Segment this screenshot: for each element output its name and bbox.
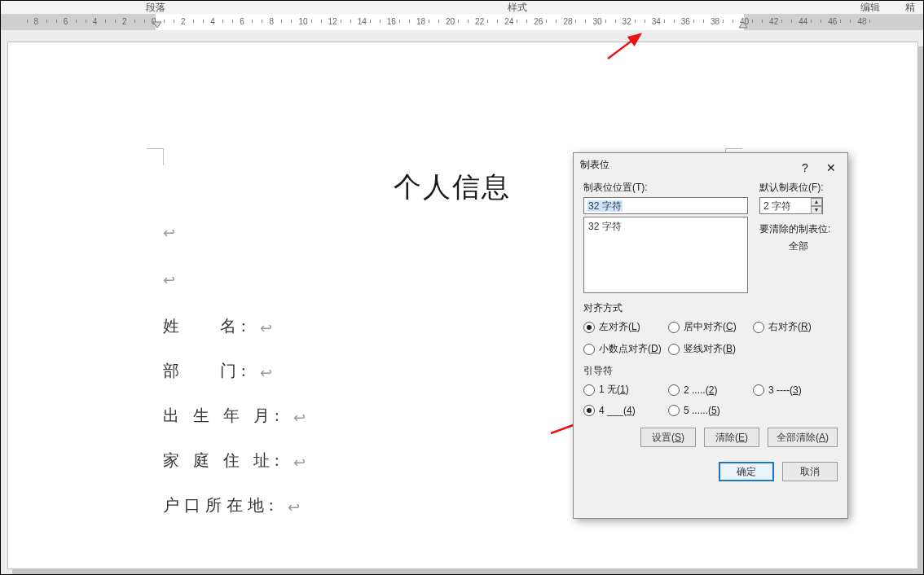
dialog-title: 制表位 [580,159,609,170]
default-tab-label: 默认制表位(F): [759,181,838,195]
ruler-tick: 4 [210,15,215,30]
paragraph-mark-icon: ↩ [260,319,277,337]
ruler-tick: 46 [828,15,837,30]
radio-align-center[interactable]: 居中对齐(C) [668,320,753,334]
ruler-tick: 6 [64,15,68,30]
svg-marker-1 [739,22,747,28]
cancel-button[interactable]: 取消 [782,462,838,481]
clear-tabs-value: 全部 [759,239,838,253]
ruler-margin-left [1,14,156,30]
ribbon-group-styles: 样式 [508,1,527,15]
alignment-section-title: 对齐方式 [583,301,838,315]
radio-align-decimal[interactable]: 小数点对齐(D) [583,342,668,356]
leader-section-title: 引导符 [583,364,838,378]
ruler-tick: 2 [181,15,186,30]
svg-marker-0 [153,22,161,28]
ruler-tick: 10 [299,15,308,30]
help-button[interactable]: ? [795,156,815,173]
spinner-buttons[interactable]: ▲▼ [811,198,822,213]
ruler-tick: 8 [269,15,274,30]
document-line[interactable]: 家 庭 住 址: ↩ [163,450,310,472]
ruler-tick: 16 [387,15,396,30]
ruler-tick: 48 [857,15,866,30]
radio-leader-2[interactable]: 2 .....(2) [668,383,753,397]
paragraph-mark-icon: ↩ [260,364,277,382]
ruler-tick: 14 [358,15,367,30]
ruler-tick: 26 [534,15,543,30]
ruler-tick: 36 [681,15,690,30]
ruler-tick: 20 [446,15,455,30]
radio-align-left[interactable]: 左对齐(L) [583,320,668,334]
tab-position-label: 制表位位置(T): [583,181,748,195]
leader-group: 1 无(1) 2 .....(2) 3 ----(3) 4 ___(4) 5 .… [583,383,838,416]
ribbon-group-paragraph: 段落 [146,1,165,15]
ruler-tick: 38 [711,15,719,30]
ruler-tick: 32 [623,15,631,30]
ok-button[interactable]: 确定 [719,462,774,481]
ruler-tick: 30 [593,15,602,30]
document-line[interactable]: 姓 名: ↩ [163,315,277,337]
dialog-titlebar[interactable]: 制表位 ? ✕ [574,153,847,176]
ruler-tick: 6 [240,15,244,30]
clear-tabs-label: 要清除的制表位: [759,222,838,236]
alignment-group: 左对齐(L) 居中对齐(C) 右对齐(R) 小数点对齐(D) 竖线对齐(B) [583,320,838,356]
ruler-tick: 42 [769,15,778,30]
ruler-tick: 28 [563,15,572,30]
document-line[interactable]: ↩ [163,222,180,240]
document-line[interactable]: 出 生 年 月: ↩ [163,405,310,427]
paragraph-mark-icon: ↩ [163,271,180,289]
clear-all-button[interactable]: 全部清除(A) [768,428,838,447]
radio-leader-1[interactable]: 1 无(1) [583,383,668,397]
clear-button[interactable]: 清除(E) [704,428,759,447]
radio-leader-5[interactable]: 5 ......(5) [668,405,753,416]
set-button[interactable]: 设置(S) [640,428,696,447]
radio-leader-3[interactable]: 3 ----(3) [753,383,838,397]
default-tab-spinner[interactable]: 2 字符 ▲▼ [759,197,823,214]
ribbon-group-row: 段落 样式 编辑 精选 [1,1,923,15]
app-window: 段落 样式 编辑 精选 8642024681012141618202224262… [0,0,924,575]
document-workspace: 个人信息 ↩↩姓 名: ↩部 门: ↩出 生 年 月: ↩家 庭 住 址: ↩户… [1,30,923,574]
close-button[interactable]: ✕ [820,156,843,173]
paragraph-mark-icon: ↩ [288,498,305,516]
tab-position-input[interactable]: 32 字符 [583,197,748,214]
dialog-body: 制表位位置(T): 32 字符 32 字符 默认制表位(F): 2 字符 ▲▼ … [574,176,847,489]
ruler-tick: 24 [504,15,513,30]
paragraph-mark-icon: ↩ [293,454,310,472]
ruler-tick: 44 [799,15,807,30]
first-line-indent-marker[interactable] [152,21,162,29]
radio-align-bar[interactable]: 竖线对齐(B) [668,342,753,356]
document-line[interactable]: ↩ [163,269,180,288]
ruler-tick: 22 [475,15,484,30]
right-indent-marker[interactable] [738,21,748,29]
margin-mark-top-left [147,148,164,165]
tab-position-list[interactable]: 32 字符 [583,217,748,293]
ribbon-group-edit: 编辑 [860,1,880,15]
ruler-tick: 12 [328,15,337,30]
document-line[interactable]: 户口所在地: ↩ [163,494,305,516]
radio-align-right[interactable]: 右对齐(R) [753,320,838,334]
paragraph-mark-icon: ↩ [163,224,180,242]
document-line[interactable]: 部 门: ↩ [163,360,277,382]
ruler-tick: 18 [416,15,425,30]
list-item[interactable]: 32 字符 [588,220,743,234]
ruler-tick: 4 [93,15,98,30]
ruler-tick: 2 [122,15,127,30]
paragraph-mark-icon: ↩ [293,409,310,427]
tabs-dialog: 制表位 ? ✕ 制表位位置(T): 32 字符 32 字符 默认制表位(F): [573,152,848,519]
ruler-tick: 8 [34,15,39,30]
radio-leader-4[interactable]: 4 ___(4) [583,405,668,416]
ruler-tick: 34 [652,15,661,30]
horizontal-ruler[interactable]: 8642024681012141618202224262830323436384… [1,14,923,31]
